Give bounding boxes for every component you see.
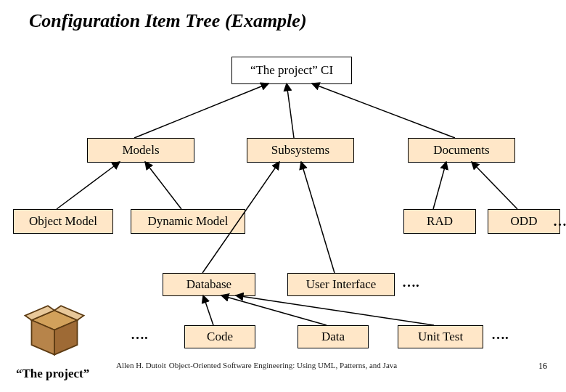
- ellipsis-level3: ….: [402, 274, 419, 290]
- svg-line-7: [312, 83, 455, 138]
- node-odd: ODD: [488, 209, 560, 234]
- node-user-interface: User Interface: [287, 273, 395, 296]
- svg-line-10: [433, 162, 446, 209]
- node-odd-label: ODD: [511, 214, 538, 229]
- page-title: Configuration Item Tree (Example): [29, 10, 307, 32]
- svg-line-11: [472, 162, 517, 209]
- svg-line-15: [221, 295, 327, 325]
- node-documents: Documents: [408, 138, 515, 163]
- node-root: “The project” CI: [231, 57, 352, 84]
- node-rad: RAD: [403, 209, 476, 234]
- node-object-model-label: Object Model: [29, 214, 97, 229]
- ellipsis-right-level2: ….: [553, 213, 566, 229]
- node-dynamic-model-label: Dynamic Model: [148, 214, 229, 229]
- node-user-interface-label: User Interface: [306, 277, 377, 292]
- project-label: “The project”: [16, 367, 89, 381]
- svg-line-13: [301, 162, 335, 273]
- node-data: Data: [298, 325, 369, 348]
- node-data-label: Data: [321, 330, 345, 344]
- svg-line-14: [203, 295, 213, 325]
- page-number: 16: [538, 361, 547, 372]
- svg-line-16: [236, 295, 434, 325]
- node-rad-label: RAD: [427, 214, 453, 229]
- cardboard-box-icon: [22, 294, 87, 359]
- footer-author: Allen H. Dutoit: [116, 361, 166, 369]
- node-unit-test: Unit Test: [398, 325, 483, 348]
- svg-line-8: [57, 162, 120, 209]
- node-database: Database: [163, 273, 255, 296]
- svg-line-9: [145, 162, 181, 209]
- node-database-label: Database: [186, 277, 231, 292]
- node-root-label: “The project” CI: [250, 63, 333, 78]
- node-code-label: Code: [207, 330, 233, 344]
- svg-line-5: [134, 83, 268, 138]
- ellipsis-right-level4: ….: [491, 327, 509, 343]
- node-subsystems: Subsystems: [247, 138, 354, 163]
- node-dynamic-model: Dynamic Model: [131, 209, 245, 234]
- node-subsystems-label: Subsystems: [271, 143, 329, 158]
- node-unit-test-label: Unit Test: [418, 330, 463, 344]
- node-code: Code: [184, 325, 255, 348]
- ellipsis-left-level4: ….: [131, 327, 148, 343]
- node-documents-label: Documents: [433, 143, 489, 158]
- svg-line-6: [287, 83, 294, 138]
- node-object-model: Object Model: [13, 209, 113, 234]
- node-models-label: Models: [123, 143, 160, 158]
- node-models: Models: [87, 138, 194, 163]
- footer-book: Object-Oriented Software Engineering: Us…: [169, 361, 397, 369]
